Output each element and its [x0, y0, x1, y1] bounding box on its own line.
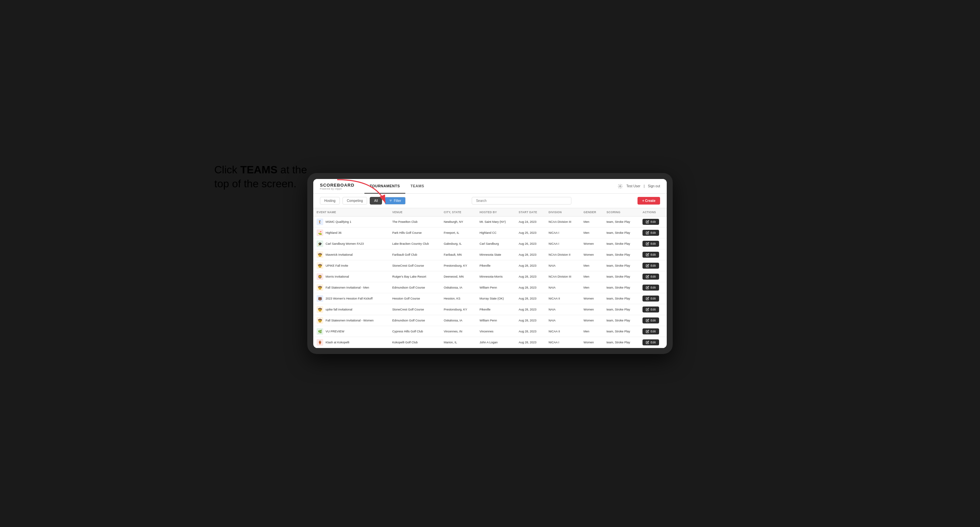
- hosted-by-cell: Mt. Saint Mary (NY): [476, 216, 515, 227]
- search-input[interactable]: [472, 197, 571, 205]
- all-tab-btn[interactable]: All: [370, 197, 382, 205]
- start-date-cell: Aug 28, 2023: [515, 271, 545, 282]
- hosted-by-cell: Murray State (OK): [476, 293, 515, 304]
- city-state-cell: Vincennes, IN: [441, 326, 476, 337]
- scoring-cell: team, Stroke Play: [603, 271, 639, 282]
- edit-button[interactable]: Edit: [643, 317, 659, 324]
- event-name-cell: 🎓 Carl Sandburg Women FA23: [313, 238, 389, 249]
- hosted-by-cell: Minnesota State: [476, 249, 515, 260]
- event-name-cell: 🤠 Maverick Invitational: [313, 249, 389, 260]
- col-city-state: CITY, STATE: [441, 208, 476, 216]
- table-row: 🤠 UPIKE Fall Invite StoneCrest Golf Cour…: [313, 260, 667, 271]
- competing-tab-btn[interactable]: Competing: [342, 197, 367, 205]
- actions-cell: Edit: [639, 293, 667, 304]
- event-name-label: Maverick Invitational: [326, 253, 353, 256]
- division-cell: NCAA Division II: [545, 249, 580, 260]
- edit-button[interactable]: Edit: [643, 284, 659, 290]
- venue-cell: Park Hills Golf Course: [389, 227, 441, 238]
- start-date-cell: Aug 26, 2023: [515, 238, 545, 249]
- tab-tournaments[interactable]: TOURNAMENTS: [364, 179, 405, 194]
- edit-button[interactable]: Edit: [643, 230, 659, 236]
- actions-cell: Edit: [639, 238, 667, 249]
- venue-cell: Hesston Golf Course: [389, 293, 441, 304]
- hosting-tab-btn[interactable]: Hosting: [320, 197, 340, 205]
- venue-cell: Cypress Hills Golf Club: [389, 326, 441, 337]
- edit-button[interactable]: Edit: [643, 295, 659, 302]
- edit-button[interactable]: Edit: [643, 340, 659, 345]
- venue-cell: Kokopelli Golf Club: [389, 337, 441, 348]
- gender-cell: Men: [581, 282, 603, 293]
- pencil-icon: [646, 220, 649, 224]
- pencil-icon: [646, 308, 649, 311]
- city-state-cell: Galesburg, IL: [441, 238, 476, 249]
- table-row: 🦁 Morris Invitational Rutger's Bay Lake …: [313, 271, 667, 282]
- event-name-label: Fall Statesmen Invitational - Women: [326, 319, 373, 322]
- filter-btn-label: Filter: [394, 199, 401, 203]
- division-cell: NICAA I: [545, 337, 580, 348]
- division-cell: NCAA Division III: [545, 271, 580, 282]
- edit-button[interactable]: Edit: [643, 219, 659, 225]
- venue-cell: StoneCrest Golf Course: [389, 304, 441, 315]
- division-cell: NAIA: [545, 304, 580, 315]
- start-date-cell: Aug 28, 2023: [515, 304, 545, 315]
- edit-button[interactable]: Edit: [643, 252, 659, 258]
- edit-button[interactable]: Edit: [643, 241, 659, 247]
- event-name-label: VU PREVIEW: [326, 330, 345, 333]
- gender-cell: Women: [581, 238, 603, 249]
- city-state-cell: Faribault, MN: [441, 249, 476, 260]
- event-icon: 🎓: [317, 240, 323, 247]
- event-name-label: Fall Statesmen Invitational - Men: [326, 286, 369, 289]
- gender-cell: Women: [581, 249, 603, 260]
- edit-button[interactable]: Edit: [643, 329, 659, 334]
- edit-button[interactable]: Edit: [643, 274, 659, 279]
- tab-teams[interactable]: TEAMS: [405, 179, 430, 194]
- col-event-name: EVENT NAME: [313, 208, 389, 216]
- instruction-text: Click TEAMS at the top of the screen.: [214, 163, 321, 190]
- start-date-cell: Aug 28, 2023: [515, 249, 545, 260]
- settings-icon[interactable]: [617, 184, 623, 189]
- event-name-cell: 🦁 Morris Invitational: [313, 271, 389, 282]
- table-row: 🌿 VU PREVIEW Cypress Hills Golf Club Vin…: [313, 326, 667, 337]
- start-date-cell: Aug 28, 2023: [515, 337, 545, 348]
- city-state-cell: Freeport, IL: [441, 227, 476, 238]
- event-name-cell: 🤠 upike fall invitational: [313, 304, 389, 315]
- tournaments-table: EVENT NAME VENUE CITY, STATE HOSTED BY S…: [313, 208, 667, 348]
- table-header: EVENT NAME VENUE CITY, STATE HOSTED BY S…: [313, 208, 667, 216]
- gender-cell: Women: [581, 304, 603, 315]
- gender-cell: Men: [581, 227, 603, 238]
- venue-cell: Rutger's Bay Lake Resort: [389, 271, 441, 282]
- col-scoring: SCORING: [603, 208, 639, 216]
- start-date-cell: Aug 28, 2023: [515, 293, 545, 304]
- start-date-cell: Aug 28, 2023: [515, 260, 545, 271]
- pencil-icon: [646, 330, 649, 333]
- scoring-cell: team, Stroke Play: [603, 337, 639, 348]
- venue-cell: StoneCrest Golf Course: [389, 260, 441, 271]
- event-icon: 🏺: [317, 339, 323, 346]
- actions-cell: Edit: [639, 227, 667, 238]
- gender-cell: Men: [581, 260, 603, 271]
- city-state-cell: Oskaloosa, IA: [441, 315, 476, 326]
- user-label: Test User: [626, 184, 640, 188]
- pencil-icon: [646, 242, 649, 245]
- edit-button[interactable]: Edit: [643, 263, 659, 269]
- division-cell: NICAA II: [545, 326, 580, 337]
- hosted-by-cell: Carl Sandburg: [476, 238, 515, 249]
- edit-button[interactable]: Edit: [643, 306, 659, 313]
- event-icon: 🤠: [317, 251, 323, 258]
- logo-area: SCOREBOARD Powered by clippit: [320, 183, 355, 190]
- pencil-icon: [646, 286, 649, 289]
- pencil-icon: [646, 319, 649, 322]
- gender-cell: Men: [581, 326, 603, 337]
- actions-cell: Edit: [639, 260, 667, 271]
- filter-button[interactable]: Filter: [385, 197, 405, 205]
- event-icon: 🤠: [317, 284, 323, 291]
- create-button[interactable]: + Create: [638, 197, 660, 205]
- actions-cell: Edit: [639, 326, 667, 337]
- event-icon: ⛳: [317, 229, 323, 236]
- signout-link[interactable]: Sign out: [648, 184, 660, 188]
- division-cell: NCAA Division III: [545, 216, 580, 227]
- gender-cell: Men: [581, 216, 603, 227]
- col-gender: GENDER: [581, 208, 603, 216]
- table-row: 🏺 Klash at Kokopelli Kokopelli Golf Club…: [313, 337, 667, 348]
- col-actions: ACTIONS: [639, 208, 667, 216]
